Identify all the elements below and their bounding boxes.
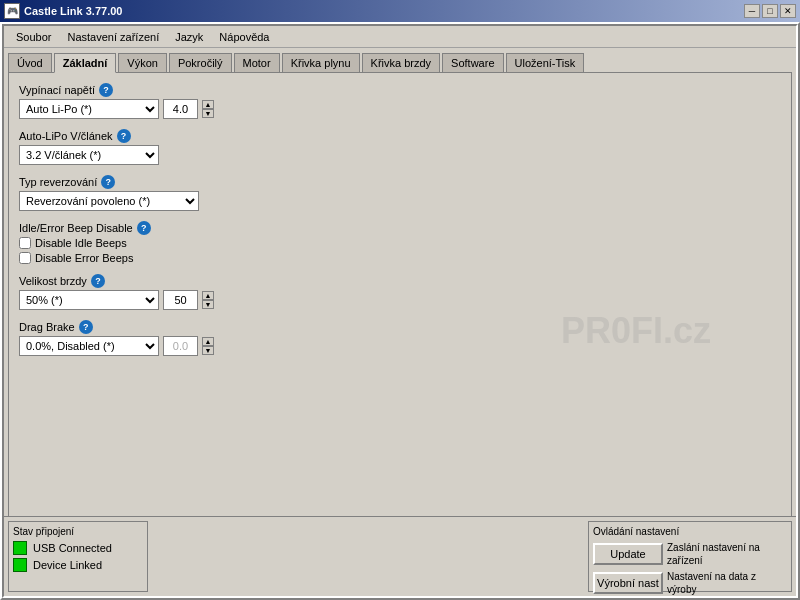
app-title: Castle Link 3.77.00 bbox=[24, 5, 122, 17]
drag-brake-help[interactable]: ? bbox=[79, 320, 93, 334]
vypinaci-napeti-spinner: ▲ ▼ bbox=[202, 100, 214, 118]
menu-nastaveni[interactable]: Nastavení zařízení bbox=[59, 29, 167, 45]
control-panel: Ovládání nastavení Update Zaslání nastav… bbox=[588, 521, 792, 592]
minimize-button[interactable]: ─ bbox=[744, 4, 760, 18]
drag-brake-select[interactable]: 0.0%, Disabled (*) bbox=[19, 336, 159, 356]
tab-krivka-plynu[interactable]: Křivka plynu bbox=[282, 53, 360, 73]
update-row: Update Zaslání nastavení na zařízení bbox=[593, 541, 787, 567]
control-panel-title: Ovládání nastavení bbox=[593, 526, 787, 537]
tab-zakladni[interactable]: Základní bbox=[54, 53, 117, 73]
idle-error-group: Idle/Error Beep Disable ? Disable Idle B… bbox=[19, 221, 781, 264]
menu-napoveda[interactable]: Nápověda bbox=[211, 29, 277, 45]
tab-motor[interactable]: Motor bbox=[234, 53, 280, 73]
usb-led bbox=[13, 541, 27, 555]
vypinaci-napeti-group: Vypínací napětí ? Auto Li-Po (*) ▲ ▼ bbox=[19, 83, 781, 119]
spin-up-drag[interactable]: ▲ bbox=[202, 337, 214, 346]
idle-error-label: Idle/Error Beep Disable bbox=[19, 222, 133, 234]
typ-reverzovani-label: Typ reverzování bbox=[19, 176, 97, 188]
factory-button[interactable]: Výrobní nast bbox=[593, 572, 663, 594]
velikost-brzdy-group: Velikost brzdy ? 50% (*) ▲ ▼ bbox=[19, 274, 781, 310]
usb-status-item: USB Connected bbox=[13, 541, 143, 555]
tab-krivka-brzdy[interactable]: Křivka brzdy bbox=[362, 53, 441, 73]
maximize-button[interactable]: □ bbox=[762, 4, 778, 18]
vypinaci-napeti-help[interactable]: ? bbox=[99, 83, 113, 97]
drag-brake-group: Drag Brake ? 0.0%, Disabled (*) ▲ ▼ bbox=[19, 320, 781, 356]
drag-brake-spinner: ▲ ▼ bbox=[202, 337, 214, 355]
drag-brake-label: Drag Brake bbox=[19, 321, 75, 333]
menu-bar: Soubor Nastavení zařízení Jazyk Nápověda bbox=[4, 26, 796, 48]
auto-lipo-help[interactable]: ? bbox=[117, 129, 131, 143]
tab-content: PR0FI.cz Vypínací napětí ? Auto Li-Po (*… bbox=[8, 72, 792, 590]
tab-ulozeni-tisk[interactable]: Uložení-Tisk bbox=[506, 53, 585, 73]
spin-up[interactable]: ▲ bbox=[202, 100, 214, 109]
update-button[interactable]: Update bbox=[593, 543, 663, 565]
app-icon: 🎮 bbox=[4, 3, 20, 19]
disable-error-beeps-checkbox[interactable] bbox=[19, 252, 31, 264]
velikost-brzdy-select[interactable]: 50% (*) bbox=[19, 290, 159, 310]
tab-software[interactable]: Software bbox=[442, 53, 503, 73]
disable-idle-beeps-label: Disable Idle Beeps bbox=[35, 237, 127, 249]
auto-lipo-select[interactable]: 3.2 V/článek (*) bbox=[19, 145, 159, 165]
spin-down-drag[interactable]: ▼ bbox=[202, 346, 214, 355]
menu-jazyk[interactable]: Jazyk bbox=[167, 29, 211, 45]
tab-pokrocily[interactable]: Pokročilý bbox=[169, 53, 232, 73]
vypinaci-napeti-select[interactable]: Auto Li-Po (*) bbox=[19, 99, 159, 119]
velikost-brzdy-spinner: ▲ ▼ bbox=[202, 291, 214, 309]
spin-down-brzdy[interactable]: ▼ bbox=[202, 300, 214, 309]
usb-status-label: USB Connected bbox=[33, 542, 112, 554]
device-led bbox=[13, 558, 27, 572]
vypinaci-napeti-label: Vypínací napětí bbox=[19, 84, 95, 96]
velikost-brzdy-label: Velikost brzdy bbox=[19, 275, 87, 287]
typ-reverzovani-help[interactable]: ? bbox=[101, 175, 115, 189]
update-description: Zaslání nastavení na zařízení bbox=[667, 541, 787, 567]
device-status-label: Device Linked bbox=[33, 559, 102, 571]
idle-error-help[interactable]: ? bbox=[137, 221, 151, 235]
auto-lipo-label: Auto-LiPo V/článek bbox=[19, 130, 113, 142]
vypinaci-napeti-number[interactable] bbox=[163, 99, 198, 119]
spin-up-brzdy[interactable]: ▲ bbox=[202, 291, 214, 300]
title-bar: 🎮 Castle Link 3.77.00 ─ □ ✕ bbox=[0, 0, 800, 22]
drag-brake-number[interactable] bbox=[163, 336, 198, 356]
typ-reverzovani-select[interactable]: Reverzování povoleno (*) bbox=[19, 191, 199, 211]
status-title: Stav připojení bbox=[13, 526, 143, 537]
velikost-brzdy-help[interactable]: ? bbox=[91, 274, 105, 288]
velikost-brzdy-number[interactable] bbox=[163, 290, 198, 310]
close-button[interactable]: ✕ bbox=[780, 4, 796, 18]
disable-error-beeps-label: Disable Error Beeps bbox=[35, 252, 133, 264]
idle-error-checkboxes: Disable Idle Beeps Disable Error Beeps bbox=[19, 237, 781, 264]
factory-description: Nastavení na data z výroby bbox=[667, 570, 787, 596]
menu-soubor[interactable]: Soubor bbox=[8, 29, 59, 45]
auto-lipo-group: Auto-LiPo V/článek ? 3.2 V/článek (*) bbox=[19, 129, 781, 165]
typ-reverzovani-group: Typ reverzování ? Reverzování povoleno (… bbox=[19, 175, 781, 211]
spin-down[interactable]: ▼ bbox=[202, 109, 214, 118]
status-bar: Stav připojení USB Connected Device Link… bbox=[4, 516, 796, 596]
device-status-item: Device Linked bbox=[13, 558, 143, 572]
tab-uvod[interactable]: Úvod bbox=[8, 53, 52, 73]
status-panel: Stav připojení USB Connected Device Link… bbox=[8, 521, 148, 592]
disable-idle-beeps-checkbox[interactable] bbox=[19, 237, 31, 249]
tab-vykon[interactable]: Výkon bbox=[118, 53, 167, 73]
factory-row: Výrobní nast Nastavení na data z výroby bbox=[593, 570, 787, 596]
tabs-container: Úvod Základní Výkon Pokročilý Motor Křiv… bbox=[4, 48, 796, 72]
